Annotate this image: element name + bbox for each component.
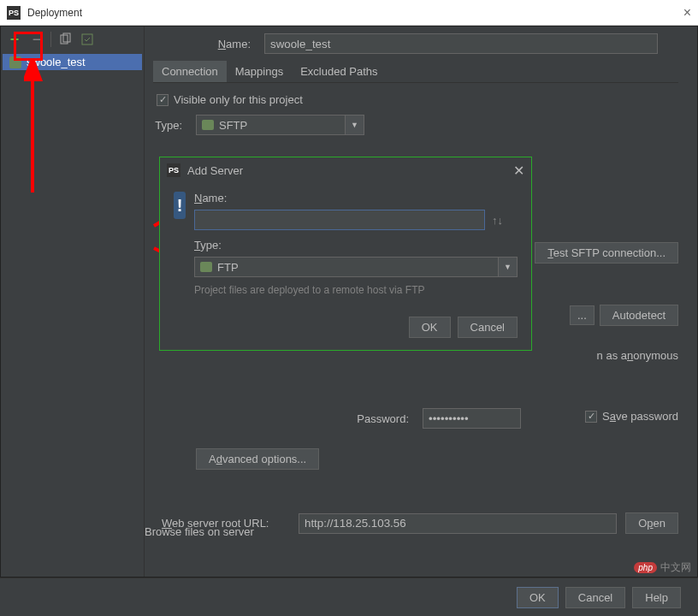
dialog-type-value: FTP — [194, 257, 499, 277]
dialog-type-dropdown-arrow[interactable]: ▼ — [499, 257, 518, 277]
tab-mappings[interactable]: Mappings — [227, 61, 292, 82]
help-button[interactable]: Help — [632, 587, 681, 608]
sidebar: + − swoole_test — [1, 27, 145, 577]
name-input[interactable] — [264, 33, 658, 54]
name-row: Name: — [153, 33, 678, 54]
dialog-app-icon: PS — [167, 163, 180, 177]
password-input[interactable] — [423, 408, 521, 429]
add-server-titlebar: PS Add Server ✕ — [160, 157, 531, 183]
copy-icon[interactable] — [55, 29, 75, 50]
dialog-name-section: ! Name: ↑↓ Type: FTP ▼ Project files are… — [174, 192, 518, 296]
web-url-input[interactable] — [299, 513, 617, 534]
sftp-icon — [202, 120, 214, 130]
dialog-name-input[interactable] — [194, 210, 485, 230]
add-server-footer: OK Cancel — [174, 317, 518, 338]
tab-excluded-paths[interactable]: Excluded Paths — [292, 61, 386, 82]
browse-path-button[interactable]: ... — [570, 305, 594, 325]
dialog-footer: OK Cancel Help — [0, 578, 698, 616]
save-password-checkbox[interactable]: ✓ — [585, 411, 597, 423]
advanced-options-button[interactable]: Advanced options... — [196, 448, 319, 470]
sort-icon[interactable]: ↑↓ — [492, 214, 503, 227]
dialog-hint: Project files are deployed to a remote h… — [194, 284, 518, 296]
ftp-icon — [200, 262, 212, 272]
type-value: SFTP — [196, 115, 346, 135]
anonymous-label: n as anonymous — [597, 349, 678, 362]
watermark: php 中文网 — [634, 560, 691, 575]
visible-only-checkbox[interactable]: ✓ — [157, 94, 169, 106]
visible-only-row: ✓ Visible only for this project — [157, 93, 678, 106]
anonymous-row: n as anonymous — [597, 349, 678, 362]
tabs: Connection Mappings Excluded Paths — [153, 61, 678, 83]
dialog-body: ! Name: ↑↓ Type: FTP ▼ Project files are… — [160, 183, 531, 350]
cancel-button[interactable]: Cancel — [565, 587, 625, 608]
save-password-row: ✓ Save password — [585, 410, 678, 423]
path-buttons-row: ... Autodetect — [570, 305, 678, 326]
type-dropdown-arrow[interactable]: ▼ — [346, 115, 364, 135]
dialog-close-icon[interactable]: ✕ — [513, 163, 524, 179]
add-server-dialog: PS Add Server ✕ ! Name: ↑↓ Type: FTP ▼ P… — [159, 157, 532, 351]
test-connection-row: Test SFTP connection... — [529, 242, 678, 264]
app-icon: PS — [7, 6, 21, 20]
remove-server-button[interactable]: − — [27, 29, 47, 50]
dialog-type-label: Type: — [194, 239, 518, 252]
info-icon: ! — [174, 192, 186, 219]
titlebar: PS Deployment × — [0, 0, 698, 26]
web-url-label: Web server root URL: — [162, 517, 299, 530]
svg-rect-2 — [82, 34, 92, 44]
dialog-ok-button[interactable]: OK — [409, 317, 451, 338]
tab-connection[interactable]: Connection — [153, 61, 227, 82]
type-select: SFTP ▼ — [196, 115, 364, 135]
default-icon[interactable] — [77, 29, 98, 50]
open-button[interactable]: Open — [625, 512, 678, 534]
server-item-label: swoole_test — [27, 56, 86, 68]
ok-button[interactable]: OK — [517, 587, 559, 608]
add-server-title: Add Server — [187, 164, 243, 177]
dialog-type-select: FTP ▼ — [194, 257, 518, 277]
save-password-label: Save password — [602, 410, 678, 423]
server-icon — [9, 56, 21, 68]
watermark-text: 中文网 — [660, 560, 691, 575]
watermark-badge: php — [634, 562, 657, 573]
dialog-name-label: Name: — [194, 192, 518, 204]
type-row: Type: SFTP ▼ — [153, 115, 678, 135]
dialog-cancel-button[interactable]: Cancel — [458, 317, 518, 338]
close-icon[interactable]: × — [683, 5, 691, 21]
test-connection-button[interactable]: Test SFTP connection... — [535, 242, 678, 264]
window-title: Deployment — [27, 7, 683, 19]
web-url-row: Web server root URL: Open — [162, 512, 678, 534]
name-label: Name: — [153, 38, 264, 50]
server-item-swoole-test[interactable]: swoole_test — [3, 54, 142, 70]
separator — [50, 32, 51, 47]
add-server-button[interactable]: + — [4, 29, 25, 50]
dialog-title-left: PS Add Server — [167, 163, 243, 177]
type-label: Type: — [153, 119, 196, 132]
sidebar-toolbar: + − — [1, 27, 144, 52]
password-row: Password: — [311, 408, 521, 429]
server-list: swoole_test — [1, 52, 144, 577]
visible-only-label: Visible only for this project — [174, 93, 303, 106]
password-label: Password: — [311, 412, 423, 425]
autodetect-button[interactable]: Autodetect — [600, 305, 678, 326]
